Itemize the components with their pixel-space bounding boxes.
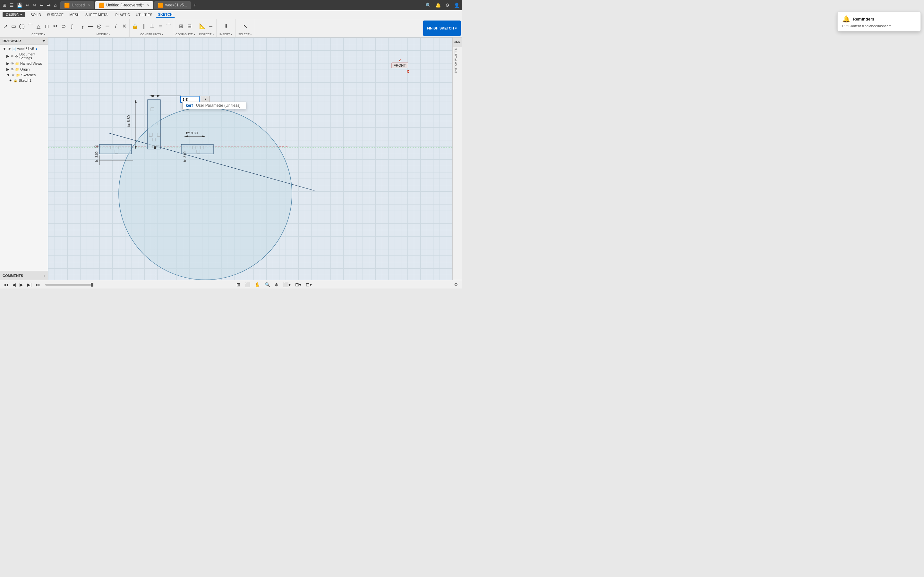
menu-icon[interactable]: ☰: [8, 2, 15, 8]
settings-button[interactable]: ⚙: [453, 282, 459, 288]
sidebar-item-origin[interactable]: ▶ 👁 📁 Origin: [0, 66, 48, 72]
tool-spline[interactable]: ∫: [68, 23, 76, 29]
menu-plastic[interactable]: PLASTIC: [113, 12, 132, 17]
tool-slot[interactable]: ⊓: [43, 23, 51, 29]
tool-circle[interactable]: ◯: [18, 23, 26, 29]
design-button[interactable]: DESIGN ▾: [3, 12, 25, 17]
sidebar-item-sketches[interactable]: ▼ 👁 📁 Sketches: [0, 72, 48, 78]
named-views-visibility-icon[interactable]: 👁: [11, 62, 14, 65]
tool-config2[interactable]: ⊟: [186, 23, 194, 29]
view-btn-5[interactable]: ⬜▾: [282, 282, 292, 288]
nav-prev-button[interactable]: ◀: [11, 282, 17, 288]
sketch-palette-expand-icon[interactable]: ▶▶: [456, 40, 461, 44]
front-label: FRONT: [391, 63, 408, 68]
search-icon[interactable]: 🔍: [424, 2, 432, 8]
tab-close-2[interactable]: ✕: [147, 3, 150, 7]
tool-trim[interactable]: ✂: [51, 23, 59, 29]
tool-offset[interactable]: ⊃: [60, 23, 67, 29]
tool-mirror[interactable]: ═: [103, 23, 111, 29]
sidebar-comments[interactable]: COMMENTS +: [0, 271, 48, 280]
sidebar-item-sketch1[interactable]: 👁 🔒 Sketch1: [0, 78, 48, 83]
sketches-visibility-icon[interactable]: 👁: [11, 73, 15, 77]
bell-icon[interactable]: 🔔: [434, 2, 442, 8]
autocomplete-item-kerf[interactable]: kerf User Parameter (Unitless): [183, 102, 246, 109]
tool-rect[interactable]: ▭: [10, 23, 17, 29]
tab-week31[interactable]: 🟧 week31 v5...: [154, 1, 191, 9]
user-icon[interactable]: 👤: [453, 2, 461, 8]
tool-perp[interactable]: ⊥: [148, 23, 156, 29]
view-btn-zoom[interactable]: 🔍: [263, 282, 271, 288]
redo-icon[interactable]: ↪: [31, 2, 38, 8]
tab-untitled-recovered[interactable]: 🟧 Untitled (~recovered)* ✕: [95, 1, 153, 9]
modify-label[interactable]: MODIFY ▾: [97, 33, 110, 37]
nav-first-button[interactable]: ⏮: [3, 282, 10, 288]
select-label[interactable]: SELECT ▾: [238, 33, 252, 37]
save-icon[interactable]: 💾: [16, 2, 24, 8]
comments-add-icon[interactable]: +: [43, 274, 45, 277]
view-btn-2[interactable]: ⬜: [244, 282, 252, 288]
view-btn-4[interactable]: ⊕: [273, 282, 280, 288]
constraints-label[interactable]: CONSTRAINTS ▾: [140, 33, 163, 37]
nav-next-button[interactable]: ▶|: [26, 282, 33, 288]
sidebar-item-root[interactable]: ▼ 👁 📄 week31 v5 ●: [0, 46, 48, 52]
new-tab-button[interactable]: +: [192, 2, 198, 8]
inspect-label[interactable]: INSPECT ▾: [199, 33, 214, 37]
menu-mesh[interactable]: MESH: [67, 12, 82, 17]
tab-close-1[interactable]: ✕: [88, 3, 90, 7]
canvas-area[interactable]: fx: 8.80 fx: 8.80 -25 fx: 3.00 fx: 3.00: [48, 37, 452, 280]
home-icon[interactable]: ⌂: [53, 2, 58, 8]
tool-inspect1[interactable]: 📐: [198, 23, 207, 29]
tool-parallel[interactable]: ∥: [140, 23, 148, 29]
sketch-palette-header[interactable]: ◈ ▶▶: [453, 37, 462, 47]
insert-label[interactable]: INSERT ▾: [220, 33, 232, 37]
back-icon[interactable]: ⬅: [39, 2, 45, 8]
nav-play-button[interactable]: ▶: [18, 282, 24, 288]
menu-utilities[interactable]: UTILITIES: [133, 12, 155, 17]
sketch1-visibility-icon[interactable]: 👁: [9, 79, 12, 82]
tab-untitled[interactable]: 🟧 Untitled ✕: [60, 1, 94, 9]
tool-equal[interactable]: ≡: [157, 23, 164, 29]
timeline[interactable]: [45, 284, 94, 285]
tool-chamfer[interactable]: —: [87, 23, 95, 29]
sidebar-item-doc-settings[interactable]: ▶ 👁 ⚙ Document Settings: [0, 52, 48, 61]
menu-surface[interactable]: SURFACE: [44, 12, 66, 17]
tool-line[interactable]: ↗: [1, 23, 9, 29]
tool-select1[interactable]: ↖: [241, 23, 249, 29]
svg-text:fx: 8.80: fx: 8.80: [127, 115, 131, 127]
undo-icon[interactable]: ↩: [24, 2, 31, 8]
tool-tangent[interactable]: ⌒: [165, 23, 173, 29]
tool-fillet[interactable]: ╭: [79, 23, 86, 29]
view-btn-3[interactable]: ✋: [254, 282, 262, 288]
forward-icon[interactable]: ➡: [45, 2, 52, 8]
tool-inspect2[interactable]: ↔: [207, 23, 215, 29]
timeline-handle[interactable]: [91, 283, 94, 287]
select-tools: ↖: [241, 20, 249, 33]
origin-visibility-icon[interactable]: 👁: [11, 68, 14, 71]
doc-settings-visibility-icon[interactable]: 👁: [11, 55, 14, 58]
nav-last-button[interactable]: ⏭: [34, 282, 41, 288]
tool-poly[interactable]: △: [35, 23, 42, 29]
finish-sketch-button[interactable]: FINISH SKETCH ▾: [423, 21, 461, 36]
origin-expand-icon: ▶: [6, 67, 9, 71]
tool-offset-2[interactable]: ◎: [95, 23, 103, 29]
tool-lock[interactable]: 🔒: [131, 23, 139, 29]
menu-sketch[interactable]: SKETCH: [156, 12, 175, 18]
tool-arc[interactable]: ⌒: [26, 23, 34, 29]
settings-icon[interactable]: ⚙: [444, 2, 451, 8]
configure-label[interactable]: CONFIGURE ▾: [176, 33, 195, 37]
menu-solid[interactable]: SOLID: [28, 12, 44, 17]
view-btn-1[interactable]: ⊞: [235, 282, 242, 288]
tool-project[interactable]: ✕: [120, 23, 128, 29]
sidebar-item-named-views[interactable]: ▶ 👁 📁 Named Views: [0, 61, 48, 66]
tool-config1[interactable]: ⊞: [178, 23, 185, 29]
root-visibility-icon[interactable]: 👁: [8, 47, 11, 51]
create-label[interactable]: CREATE ▾: [31, 33, 45, 37]
menu-sheet-metal[interactable]: SHEET METAL: [83, 12, 112, 17]
tool-pattern[interactable]: /: [112, 23, 120, 29]
view-btn-7[interactable]: ⊟▾: [304, 282, 313, 288]
apps-icon[interactable]: ⊞: [1, 2, 8, 8]
view-btn-6[interactable]: ⊞▾: [294, 282, 302, 288]
sidebar-collapse-icon[interactable]: ⬅: [42, 39, 45, 43]
tool-insert1[interactable]: ⬇: [222, 23, 230, 29]
sketches-label: Sketches: [21, 73, 36, 77]
